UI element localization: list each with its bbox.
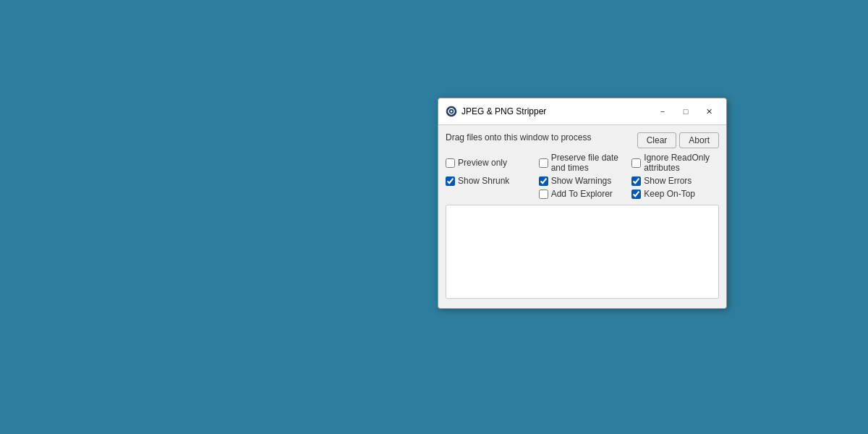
ignore-readonly-input[interactable] <box>631 158 641 168</box>
abort-button[interactable]: Abort <box>679 132 719 148</box>
maximize-button[interactable]: □ <box>676 104 696 119</box>
top-section: Drag files onto this window to process C… <box>446 132 719 148</box>
add-to-explorer-label: Add To Explorer <box>551 189 613 199</box>
add-to-explorer-checkbox[interactable]: Add To Explorer <box>539 189 626 199</box>
log-area[interactable] <box>446 205 719 299</box>
preview-only-input[interactable] <box>446 158 455 168</box>
ignore-readonly-label: Ignore ReadOnly attributes <box>644 153 719 173</box>
show-errors-input[interactable] <box>631 176 641 186</box>
show-errors-label: Show Errors <box>644 176 692 186</box>
close-button[interactable]: ✕ <box>699 104 719 119</box>
drag-hint: Drag files onto this window to process <box>446 132 591 142</box>
show-shrunk-label: Show Shrunk <box>458 176 509 186</box>
window-title: JPEG & PNG Stripper <box>461 106 546 116</box>
add-to-explorer-input[interactable] <box>539 190 548 199</box>
minimize-button[interactable]: − <box>652 104 673 119</box>
preserve-file-label: Preserve file date and times <box>551 153 626 173</box>
keep-on-top-label: Keep On-Top <box>644 189 695 199</box>
show-warnings-label: Show Warnings <box>551 176 612 186</box>
ignore-readonly-checkbox[interactable]: Ignore ReadOnly attributes <box>631 153 719 173</box>
keep-on-top-checkbox[interactable]: Keep On-Top <box>631 189 719 199</box>
preserve-file-checkbox[interactable]: Preserve file date and times <box>539 153 626 173</box>
app-icon <box>446 106 457 117</box>
show-shrunk-checkbox[interactable]: Show Shrunk <box>446 176 533 186</box>
show-warnings-input[interactable] <box>539 176 548 186</box>
main-window: JPEG & PNG Stripper − □ ✕ Drag files ont… <box>438 98 727 309</box>
show-shrunk-input[interactable] <box>446 176 455 186</box>
preview-only-checkbox[interactable]: Preview only <box>446 153 533 173</box>
svg-point-2 <box>451 111 453 113</box>
show-errors-checkbox[interactable]: Show Errors <box>631 176 719 186</box>
preview-only-label: Preview only <box>458 158 507 168</box>
title-bar-left: JPEG & PNG Stripper <box>446 106 546 117</box>
title-bar: JPEG & PNG Stripper − □ ✕ <box>438 98 726 125</box>
keep-on-top-input[interactable] <box>631 190 641 199</box>
clear-button[interactable]: Clear <box>637 132 677 148</box>
window-body: Drag files onto this window to process C… <box>438 125 726 308</box>
buttons-area: Clear Abort <box>637 132 719 148</box>
title-bar-controls: − □ ✕ <box>652 104 719 119</box>
show-warnings-checkbox[interactable]: Show Warnings <box>539 176 626 186</box>
options-grid: Preview only Preserve file date and time… <box>446 153 719 199</box>
preserve-file-input[interactable] <box>539 158 548 168</box>
desktop: JPEG & PNG Stripper − □ ✕ Drag files ont… <box>0 0 868 434</box>
